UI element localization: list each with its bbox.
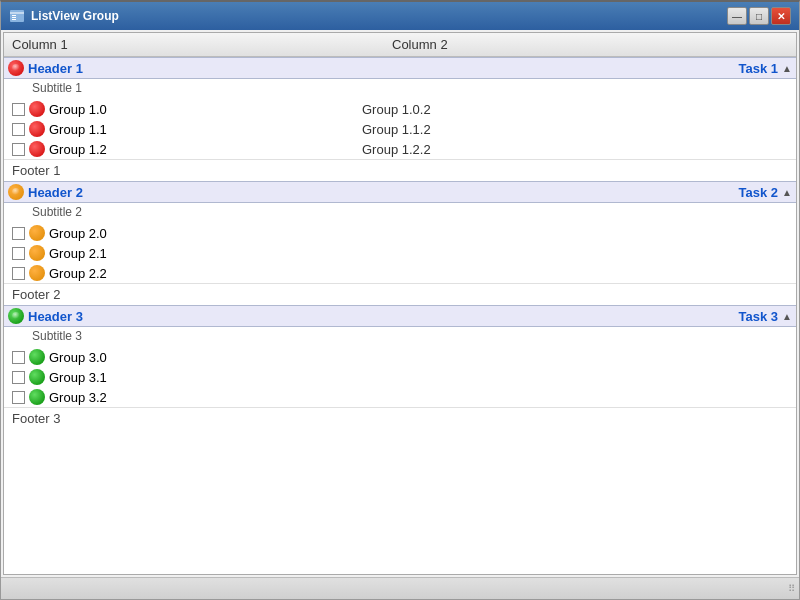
- row-label: Group 1.2: [49, 142, 107, 157]
- main-window: ListView Group — □ ✕ Column 1 Column 2 H…: [0, 0, 800, 600]
- header2-chevron[interactable]: ▲: [782, 187, 792, 198]
- row-checkbox[interactable]: [12, 123, 25, 136]
- row-checkbox[interactable]: [12, 247, 25, 260]
- table-row[interactable]: Group 3.2: [4, 387, 796, 407]
- table-row[interactable]: Group 3.0: [4, 347, 796, 367]
- column1-header: Column 1: [12, 37, 392, 52]
- row-icon-orange: [29, 245, 45, 261]
- row-icon-green: [29, 349, 45, 365]
- title-bar-left: ListView Group: [9, 8, 119, 24]
- row-checkbox[interactable]: [12, 143, 25, 156]
- row-label: Group 1.0: [49, 102, 107, 117]
- row-checkbox[interactable]: [12, 103, 25, 116]
- table-row[interactable]: Group 2.1: [4, 243, 796, 263]
- row-col2: Group 1.0.2: [362, 102, 788, 117]
- subtitle-2: Subtitle 2: [4, 203, 796, 223]
- table-row[interactable]: Group 1.1 Group 1.1.2: [4, 119, 796, 139]
- footer-2: Footer 2: [4, 283, 796, 305]
- group-header-3[interactable]: Header 3 Task 3 ▲: [4, 305, 796, 327]
- row-checkbox[interactable]: [12, 227, 25, 240]
- row-label: Group 1.1: [49, 122, 107, 137]
- subtitle-3: Subtitle 3: [4, 327, 796, 347]
- row-label: Group 2.1: [49, 246, 107, 261]
- header1-chevron[interactable]: ▲: [782, 63, 792, 74]
- svg-rect-4: [12, 19, 16, 20]
- header2-title: Header 2: [28, 185, 739, 200]
- header2-task[interactable]: Task 2: [739, 185, 779, 200]
- table-row[interactable]: Group 2.2: [4, 263, 796, 283]
- group-header-2[interactable]: Header 2 Task 2 ▲: [4, 181, 796, 203]
- app-icon: [9, 8, 25, 24]
- close-button[interactable]: ✕: [771, 7, 791, 25]
- row-label: Group 2.0: [49, 226, 107, 241]
- group-header-1[interactable]: Header 1 Task 1 ▲: [4, 57, 796, 79]
- row-checkbox[interactable]: [12, 371, 25, 384]
- window-title: ListView Group: [31, 9, 119, 23]
- svg-rect-2: [12, 15, 16, 16]
- resize-grip[interactable]: ⠿: [788, 583, 795, 594]
- maximize-button[interactable]: □: [749, 7, 769, 25]
- window-controls: — □ ✕: [727, 7, 791, 25]
- listview-content[interactable]: Column 1 Column 2 Header 1 Task 1 ▲ Subt…: [3, 32, 797, 575]
- minimize-button[interactable]: —: [727, 7, 747, 25]
- header3-icon: [8, 308, 24, 324]
- svg-rect-3: [12, 17, 16, 18]
- table-row[interactable]: Group 3.1: [4, 367, 796, 387]
- table-row[interactable]: Group 2.0: [4, 223, 796, 243]
- footer-1: Footer 1: [4, 159, 796, 181]
- row-icon-red: [29, 141, 45, 157]
- row-checkbox[interactable]: [12, 267, 25, 280]
- row-icon-red: [29, 101, 45, 117]
- row-label: Group 3.1: [49, 370, 107, 385]
- title-bar: ListView Group — □ ✕: [1, 2, 799, 30]
- header3-task[interactable]: Task 3: [739, 309, 779, 324]
- row-icon-green: [29, 369, 45, 385]
- header2-icon: [8, 184, 24, 200]
- row-checkbox[interactable]: [12, 351, 25, 364]
- row-icon-red: [29, 121, 45, 137]
- table-row[interactable]: Group 1.2 Group 1.2.2: [4, 139, 796, 159]
- table-row[interactable]: Group 1.0 Group 1.0.2: [4, 99, 796, 119]
- status-bar: ⠿: [1, 577, 799, 599]
- column2-header: Column 2: [392, 37, 788, 52]
- header3-title: Header 3: [28, 309, 739, 324]
- subtitle-1: Subtitle 1: [4, 79, 796, 99]
- row-col2: Group 1.2.2: [362, 142, 788, 157]
- row-col2: Group 1.1.2: [362, 122, 788, 137]
- row-label: Group 3.0: [49, 350, 107, 365]
- header1-title: Header 1: [28, 61, 739, 76]
- row-label: Group 3.2: [49, 390, 107, 405]
- row-label: Group 2.2: [49, 266, 107, 281]
- row-checkbox[interactable]: [12, 391, 25, 404]
- row-icon-orange: [29, 265, 45, 281]
- header1-task[interactable]: Task 1: [739, 61, 779, 76]
- header3-chevron[interactable]: ▲: [782, 311, 792, 322]
- footer-3: Footer 3: [4, 407, 796, 429]
- column-header-row: Column 1 Column 2: [4, 33, 796, 57]
- header1-icon: [8, 60, 24, 76]
- row-icon-green: [29, 389, 45, 405]
- row-icon-orange: [29, 225, 45, 241]
